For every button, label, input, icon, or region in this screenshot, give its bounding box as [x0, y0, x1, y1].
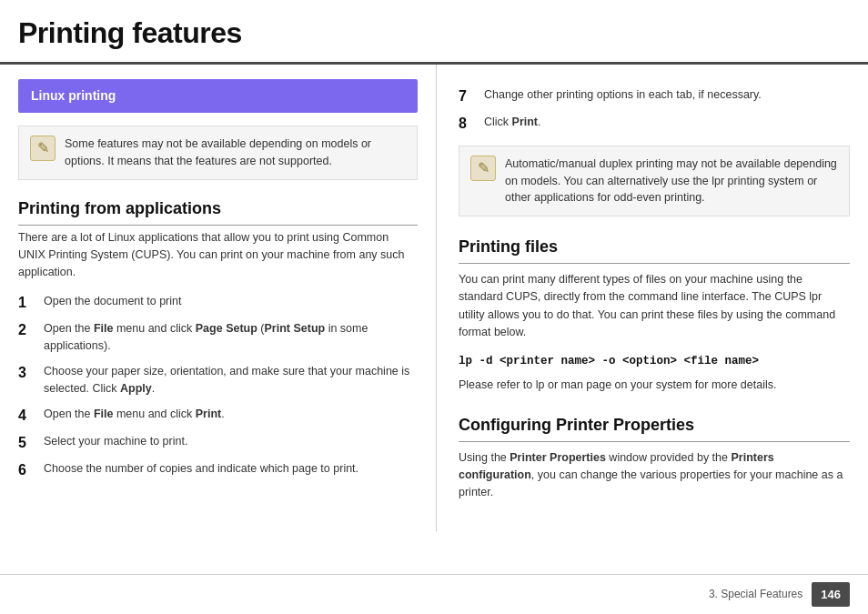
code-line: lp -d <printer name> -o <option> <file n…: [459, 353, 850, 370]
content-area: Linux printing ✎ Some features may not b…: [0, 65, 868, 531]
note-box-1: ✎ Some features may not be available dep…: [18, 126, 418, 180]
note-text-2: Automatic/manual duplex printing may not…: [505, 156, 838, 206]
steps-continued: 7 Change other printing options in each …: [459, 86, 850, 135]
step-text-2: Open the File menu and click Page Setup …: [44, 320, 418, 356]
step-text-6: Choose the number of copies and indicate…: [44, 460, 358, 478]
step-number-3: 3: [18, 363, 35, 383]
step-text-7: Change other printing options in each ta…: [484, 86, 762, 104]
section3-title: Configuring Printer Properties: [459, 413, 850, 442]
linux-printing-banner: Linux printing: [18, 79, 418, 113]
table-row: 1 Open the document to print: [18, 293, 418, 313]
left-column: Linux printing ✎ Some features may not b…: [0, 65, 437, 531]
step-number-7: 7: [459, 86, 475, 106]
page: Printing features Linux printing ✎ Some …: [0, 0, 868, 614]
section2-title: Printing files: [459, 235, 850, 264]
note-box-2: ✎ Automatic/manual duplex printing may n…: [459, 146, 850, 216]
table-row: 6 Choose the number of copies and indica…: [18, 460, 418, 480]
steps-list: 1 Open the document to print 2 Open the …: [18, 293, 418, 481]
footer-chapter: 3. Special Features: [709, 586, 802, 602]
table-row: 8 Click Print.: [459, 114, 850, 134]
step-number-6: 6: [18, 460, 35, 480]
section-configuring-printer: Configuring Printer Properties Using the…: [459, 413, 850, 502]
section2-body: You can print many different types of fi…: [459, 271, 850, 342]
footer-page-number: 146: [812, 582, 850, 608]
step-text-4: Open the File menu and click Print.: [44, 406, 225, 423]
page-header: Printing features: [0, 0, 868, 65]
note-icon-2: ✎: [470, 156, 496, 181]
step-number-5: 5: [18, 433, 35, 453]
section1-title: Printing from applications: [18, 196, 418, 226]
right-column: 7 Change other printing options in each …: [437, 65, 868, 531]
step-text-3: Choose your paper size, orientation, and…: [44, 363, 418, 398]
section3-body: Using the Printer Properties window prov…: [459, 449, 850, 502]
note-text-1: Some features may not be available depen…: [65, 136, 406, 170]
section-printing-from-applications: Printing from applications There are a l…: [18, 196, 418, 481]
step-text-1: Open the document to print: [44, 293, 181, 310]
step-number-8: 8: [459, 114, 475, 134]
section-printing-files: Printing files You can print many differ…: [459, 235, 850, 395]
table-row: 3 Choose your paper size, orientation, a…: [18, 363, 418, 398]
table-row: 4 Open the File menu and click Print.: [18, 406, 418, 426]
step-number-2: 2: [18, 320, 35, 340]
page-title: Printing features: [18, 11, 850, 55]
step-text-5: Select your machine to print.: [44, 433, 187, 450]
note-icon-1: ✎: [30, 136, 56, 161]
section2-note: Please refer to lp or man page on your s…: [459, 377, 850, 394]
section1-body: There are a lot of Linux applications th…: [18, 229, 418, 282]
table-row: 5 Select your machine to print.: [18, 433, 418, 453]
step-text-8: Click Print.: [484, 114, 541, 131]
page-footer: 3. Special Features 146: [0, 574, 868, 615]
step-number-1: 1: [18, 293, 35, 313]
step-number-4: 4: [18, 406, 35, 426]
table-row: 2 Open the File menu and click Page Setu…: [18, 320, 418, 356]
table-row: 7 Change other printing options in each …: [459, 86, 850, 106]
